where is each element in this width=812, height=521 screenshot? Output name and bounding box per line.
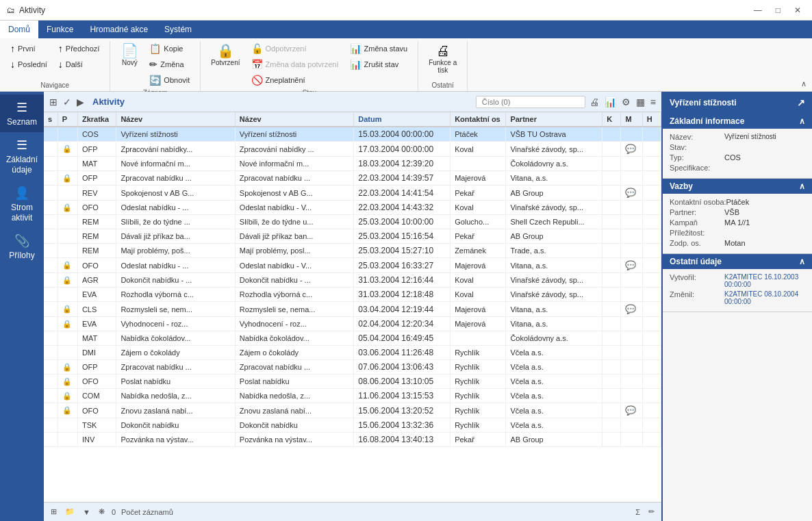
table-row[interactable]: 🔒 AGR Dokončit nabídku - ... Dokončit na… xyxy=(44,273,661,288)
cell-s xyxy=(44,258,58,273)
edit-bottom-icon[interactable]: ✏ xyxy=(647,506,656,518)
col-header-s[interactable]: s xyxy=(44,112,58,127)
cell-p xyxy=(58,127,77,142)
cell-nazev2: Odeslat nabídku - V... xyxy=(235,201,353,215)
col-header-m[interactable]: M xyxy=(621,112,642,127)
sidebar-item-seznam[interactable]: ☰ Seznam xyxy=(0,94,44,132)
table-row[interactable]: EVA Rozhodla výborná c... Rozhodla výbor… xyxy=(44,288,661,302)
table-row[interactable]: REM Slíbili, že do týdne ... Slíbili, že… xyxy=(44,215,661,229)
table-row[interactable]: REV Spokojenost v AB G... Spokojenost v … xyxy=(44,186,661,201)
col-header-kontakt[interactable]: Kontaktní os xyxy=(451,112,506,127)
col-header-zkratka[interactable]: Zkratka xyxy=(77,112,116,127)
ribbon-collapse-btn[interactable]: ∧ xyxy=(796,77,812,91)
col-header-p[interactable]: P xyxy=(58,112,77,127)
maximize-button[interactable]: □ xyxy=(772,4,785,16)
table-row[interactable]: MAT Nové informační m... Nové informační… xyxy=(44,157,661,171)
table-row[interactable]: MAT Nabídka čokoládov... Nabídka čokolád… xyxy=(44,331,661,346)
col-header-nazev1[interactable]: Název xyxy=(116,112,235,127)
table-row[interactable]: INV Pozvánka na výstav... Pozvánka na vý… xyxy=(44,433,661,447)
panel-row-zmenil: Změnil: K2ATMITEC 08.10.2004 00:00:00 xyxy=(670,290,805,305)
cell-p: 🔒 xyxy=(58,360,77,374)
menu-item-hromadne[interactable]: Hromadné akce xyxy=(81,21,156,38)
table-row[interactable]: 🔒 OFP Zpracování nabídky... Zpracování n… xyxy=(44,142,661,157)
table-row[interactable]: 🔒 EVA Vyhodnocení - roz... Vyhodnocení -… xyxy=(44,317,661,331)
table-row[interactable]: 🔒 COM Nabídka nedošla, z... Nabídka nedo… xyxy=(44,389,661,403)
cell-nazev2: Vyřízení stížnosti xyxy=(235,127,353,142)
ribbon-btn-zmena[interactable]: ✏ Změna xyxy=(144,57,194,72)
filter-settings-icon[interactable]: ❋ xyxy=(97,506,106,518)
folder-icon[interactable]: 📁 xyxy=(64,506,76,518)
arrow-right-icon[interactable]: ▶ xyxy=(75,95,86,109)
ribbon-btn-funkce-tisk[interactable]: 🖨 Funkce atisk xyxy=(424,41,461,77)
lock-icon: 🔒 xyxy=(62,305,72,313)
cell-h xyxy=(642,317,661,331)
menu-item-funkce[interactable]: Funkce xyxy=(38,21,81,38)
table-icon[interactable]: ⊞ xyxy=(48,95,59,109)
table-row[interactable]: TSK Dokončit nabídku Dokončit nabídku 15… xyxy=(44,418,661,433)
table-row[interactable]: 🔒 OFP Zpracovat nabídku ... Zpracovat na… xyxy=(44,360,661,374)
ribbon-btn-potvrzeni[interactable]: 🔒 Potvrzení xyxy=(206,41,244,69)
col-header-nazev2[interactable]: Název xyxy=(235,112,353,127)
ribbon-btn-zneplatneni[interactable]: 🚫 Zneplatnění xyxy=(246,73,344,88)
close-button[interactable]: ✕ xyxy=(790,4,805,16)
ribbon-btn-predchozi[interactable]: ↑ Předchozí xyxy=(53,41,105,56)
collapse-icon-ostatni[interactable]: ∧ xyxy=(799,257,805,266)
cell-datum: 07.06.2004 13:06:43 xyxy=(354,360,451,374)
search-input[interactable] xyxy=(476,96,585,108)
ribbon-btn-obnovit[interactable]: 🔄 Obnovit xyxy=(144,73,194,88)
chart-icon[interactable]: 📊 xyxy=(603,95,618,109)
collapse-icon-zakladni[interactable]: ∧ xyxy=(799,116,805,126)
cell-zkratka: OFO xyxy=(77,201,116,215)
cell-p xyxy=(58,346,77,360)
col-header-k[interactable]: K xyxy=(602,112,621,127)
ribbon-btn-kopie[interactable]: 📋 Kopie xyxy=(144,41,194,56)
col-header-datum[interactable]: Datum xyxy=(354,112,451,127)
cell-zkratka: REM xyxy=(77,215,116,229)
sidebar-item-prilohy[interactable]: 📎 Přílohy xyxy=(0,228,44,266)
col-header-h[interactable]: H xyxy=(642,112,661,127)
ribbon-btn-zmena-stavu[interactable]: 📊 Změna stavu xyxy=(345,41,413,56)
grid-icon[interactable]: ▦ xyxy=(635,95,646,109)
table-row[interactable]: 🔒 OFP Zpracovat nabídku ... Zpracovat na… xyxy=(44,171,661,186)
table-row[interactable]: COS Vyřízení stížnosti Vyřízení stížnost… xyxy=(44,127,661,142)
calendar-icon: 📅 xyxy=(251,59,263,70)
table-row[interactable]: 🔒 OFO Odeslat nabídku - ... Odeslat nabí… xyxy=(44,258,661,273)
ribbon-btn-novy[interactable]: 📄 Nový xyxy=(116,41,143,69)
check-icon[interactable]: ✓ xyxy=(62,95,73,109)
sum-icon[interactable]: Σ xyxy=(634,507,642,518)
cell-h xyxy=(642,229,661,244)
table-row[interactable]: REM Mají problémy, poš... Mají problémy,… xyxy=(44,244,661,258)
panel-section-vazby: Vazby ∧ Kontaktní osoba: Ptáček Partner:… xyxy=(663,179,812,254)
ribbon-group-label-ostatni: Ostatní xyxy=(424,80,461,91)
cell-nazev1: Slíbili, že do týdne ... xyxy=(116,215,235,229)
sidebar-item-strom-aktivit[interactable]: 👤 Stromaktivit xyxy=(0,180,44,228)
cell-zkratka: OFP xyxy=(77,171,116,186)
external-link-icon[interactable]: ↗ xyxy=(797,97,805,108)
cell-nazev1: Mají problémy, poš... xyxy=(116,244,235,258)
cell-kontakt: Rychlík xyxy=(451,403,506,418)
cell-h xyxy=(642,288,661,302)
ribbon-btn-zmena-datum[interactable]: 📅 Změna data potvrzení xyxy=(246,57,344,72)
ribbon-btn-posledni[interactable]: ↓ Poslední xyxy=(5,57,52,72)
ribbon-btn-prvni[interactable]: ↑ První xyxy=(5,41,52,56)
table-row[interactable]: 🔒 OFO Znovu zaslaná nabí... Znovu zaslan… xyxy=(44,403,661,418)
table-bottom-icon[interactable]: ⊞ xyxy=(49,506,58,518)
table-row[interactable]: DMI Zájem o čokolády Zájem o čokolády 03… xyxy=(44,346,661,360)
menu-item-domu[interactable]: Domů xyxy=(0,21,38,38)
collapse-icon-vazby[interactable]: ∧ xyxy=(799,181,805,191)
print-table-icon[interactable]: 🖨 xyxy=(588,95,600,109)
ribbon-btn-dalsi[interactable]: ↓ Další xyxy=(53,57,105,72)
minimize-button[interactable]: — xyxy=(750,4,766,16)
table-row[interactable]: REM Dávali již příkaz ba... Dávali již p… xyxy=(44,229,661,244)
settings-icon[interactable]: ⚙ xyxy=(620,95,632,109)
menu-icon[interactable]: ≡ xyxy=(649,95,657,109)
ribbon-btn-odpotvrzeni[interactable]: 🔓 Odpotvrzení xyxy=(246,41,344,56)
table-row[interactable]: 🔒 CLS Rozmysleli se, nem... Rozmysleli s… xyxy=(44,302,661,317)
table-row[interactable]: 🔒 OFO Poslat nabídku Poslat nabídku 08.0… xyxy=(44,374,661,389)
sidebar-item-zakladni-udaje[interactable]: ☰ Základníúdaje xyxy=(0,132,44,180)
menu-item-system[interactable]: Systém xyxy=(156,21,200,38)
ribbon-btn-zrusit-stav[interactable]: 📊 Zrušit stav xyxy=(345,57,413,72)
table-row[interactable]: 🔒 OFO Odeslat nabídku - ... Odeslat nabí… xyxy=(44,201,661,215)
col-header-partner[interactable]: Partner xyxy=(506,112,602,127)
filter-icon[interactable]: ▼ xyxy=(81,507,92,518)
